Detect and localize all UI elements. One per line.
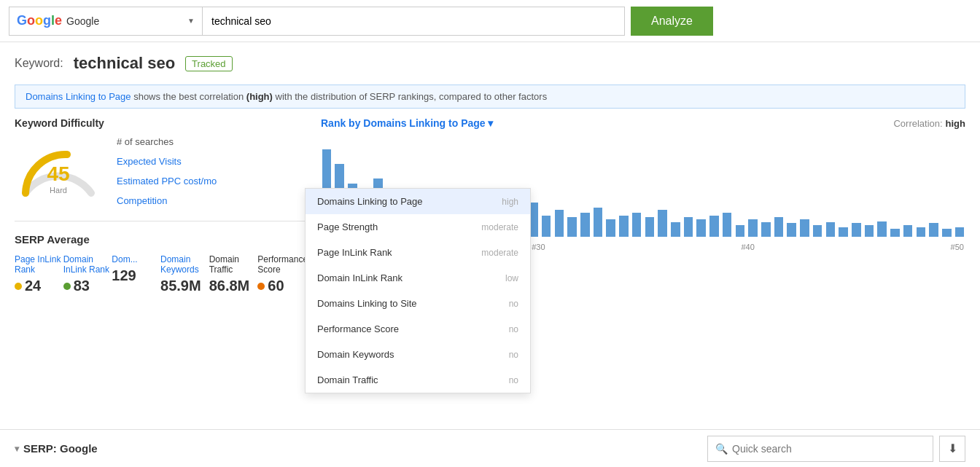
bar [839, 227, 848, 237]
dd-label-7: Domain Traffic [317, 374, 378, 385]
dropdown-item-domains-linking-site[interactable]: Domains Linking to Site no [306, 291, 530, 316]
keyword-input[interactable] [202, 7, 625, 36]
bar-col [786, 223, 798, 237]
bar-col [928, 223, 940, 237]
correlation-info-bar: Domains Linking to Page shows the best c… [15, 85, 965, 109]
bar-col [773, 217, 785, 237]
serp-metrics-row: Page InLink Rank 24 Domain InLink Rank 8… [15, 254, 306, 294]
keyword-header: Keyword: technical seo Tracked [15, 54, 965, 73]
dropdown-item-page-inlink[interactable]: Page InLink Rank moderate [306, 240, 530, 265]
kd-title: Keyword Difficulty [15, 117, 306, 129]
serp-metric-domain-inlink: Domain InLink Rank 83 [63, 254, 112, 294]
bar [736, 225, 745, 237]
dot-orange-icon [257, 283, 265, 290]
bar [826, 222, 836, 237]
serp-metric-domain-keywords: Domain Keywords 85.9M [160, 254, 209, 294]
bar-col [644, 217, 656, 237]
serp-metric-domain-inlink-value: 83 [63, 278, 112, 294]
bar-col [631, 213, 642, 237]
dropdown-item-performance[interactable]: Performance Score no [306, 316, 530, 342]
chevron-left-icon: ▾ [15, 444, 19, 454]
dropdown-item-domain-inlink[interactable]: Domain InLink Rank low [306, 265, 530, 291]
serp-metric-page-inlink: Page InLink Rank 24 [15, 254, 63, 294]
analyze-button[interactable]: Analyze [631, 7, 713, 36]
dd-value-4: no [509, 299, 518, 309]
kd-metric-expected-visits[interactable]: Expected Visits [117, 156, 217, 167]
dd-value-0: high [502, 197, 518, 207]
dd-label-6: Domain Keywords [317, 349, 394, 360]
serp-metric-domain-keywords-label[interactable]: Domain Keywords [160, 254, 209, 275]
serp-metric-page-inlink-value: 24 [15, 278, 63, 294]
bar [852, 223, 861, 237]
serp-avg-title: SERP Average [15, 233, 306, 246]
kd-metrics: # of searches Expected Visits Estimated … [117, 136, 217, 206]
quick-search-input[interactable] [732, 443, 925, 455]
keyword-difficulty-section: Keyword Difficulty 45 Hard # of sear [15, 117, 306, 206]
bottom-bar: ▾ SERP: Google 🔍 ⬇ [0, 429, 980, 467]
bar-col [696, 219, 707, 237]
search-icon: 🔍 [715, 443, 728, 455]
dd-label-4: Domains Linking to Site [317, 298, 417, 309]
serp-metric-performance: Performance Score 60 [257, 254, 306, 294]
bar-col [540, 216, 552, 237]
dropdown-item-domain-keywords[interactable]: Domain Keywords no [306, 342, 530, 367]
bar-col [721, 213, 733, 237]
export-button[interactable]: ⬇ [939, 436, 965, 462]
dd-value-5: no [509, 324, 518, 334]
dot-yellow-icon [15, 283, 22, 290]
bar [671, 222, 680, 237]
bar [580, 213, 590, 237]
tracked-badge: Tracked [185, 56, 232, 71]
kd-metric-competition[interactable]: Competition [117, 195, 217, 206]
bar [696, 219, 706, 237]
correlation-text1: shows the best correlation [133, 91, 246, 102]
correlation-right-value: high [946, 118, 965, 129]
bar [761, 222, 771, 237]
engine-select[interactable]: Google Google ▼ [9, 7, 202, 36]
correlation-right-label: Correlation: [893, 118, 942, 129]
bar-col [657, 210, 669, 237]
bar-col [553, 210, 565, 237]
chevron-down-icon: ▼ [187, 17, 195, 25]
bar-col [747, 219, 759, 237]
bar [955, 227, 965, 237]
bar [594, 208, 603, 237]
google-logo: Google [17, 13, 62, 28]
bar-col [592, 208, 604, 237]
serp-metric-domain-inlink-label[interactable]: Domain InLink Rank [63, 254, 112, 275]
bar [619, 216, 629, 237]
bar-col [902, 225, 914, 237]
bar [684, 217, 693, 237]
serp-metric-domain-traffic-value: 86.8M [209, 278, 258, 294]
bar [877, 221, 887, 237]
quick-search-container: 🔍 [707, 436, 933, 462]
bar [542, 216, 551, 237]
dropdown-item-domains-linking[interactable]: Domains Linking to Page high [306, 189, 530, 214]
axis-label-50: #50 [951, 243, 964, 251]
dd-value-7: no [509, 375, 518, 385]
correlation-right: Correlation: high [893, 117, 965, 129]
main-content: Keyword: technical seo Tracked Domains L… [0, 42, 980, 294]
axis-label-40: #40 [741, 243, 754, 251]
correlation-text2: with the distribution of SERP rankings, … [276, 91, 548, 102]
bar [774, 217, 784, 237]
gauge-container: 45 Hard [15, 142, 102, 200]
bar [632, 213, 642, 237]
dropdown-item-page-strength[interactable]: Page Strength moderate [306, 214, 530, 240]
serp-metric-page-inlink-label: Page InLink Rank [15, 254, 63, 275]
serp-metric-performance-value: 60 [257, 278, 306, 294]
bar-col [876, 221, 888, 237]
bar [723, 213, 732, 237]
bar-col [618, 216, 630, 237]
kd-metric-ppc-cost[interactable]: Estimated PPC cost/mo [117, 176, 217, 187]
bar-col [941, 229, 953, 237]
serp-google-label: ▾ SERP: Google [15, 442, 98, 455]
dd-value-6: no [509, 350, 518, 360]
serp-metric-dom-label[interactable]: Dom... [112, 254, 160, 264]
dropdown-item-domain-traffic[interactable]: Domain Traffic no [306, 367, 530, 393]
search-export-group: 🔍 ⬇ [707, 436, 965, 462]
engine-label: Google [66, 15, 187, 27]
bar-col [567, 217, 578, 237]
bar [555, 210, 564, 237]
bar-col [799, 219, 811, 237]
